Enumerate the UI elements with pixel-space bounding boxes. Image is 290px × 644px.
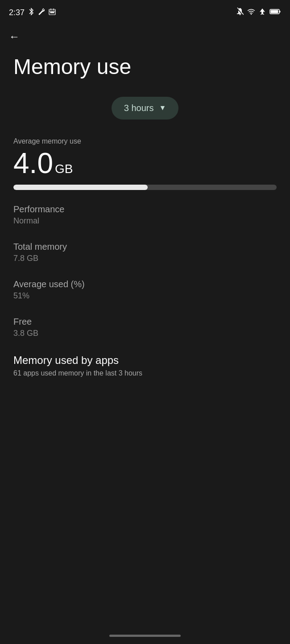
average-used-value: 51% bbox=[13, 291, 277, 301]
apps-section-title: Memory used by apps bbox=[13, 354, 277, 367]
time-selector-dropdown[interactable]: 3 hours ▼ bbox=[112, 97, 179, 120]
back-button[interactable]: ← bbox=[0, 23, 290, 46]
average-used-row: Average used (%) 51% bbox=[13, 279, 277, 301]
status-bar: 2:37 bbox=[0, 0, 290, 23]
wrench-icon bbox=[38, 8, 45, 17]
memory-progress-bar bbox=[13, 185, 277, 190]
status-time: 2:37 bbox=[9, 8, 25, 17]
memory-progress-fill bbox=[13, 185, 148, 190]
status-left: 2:37 bbox=[9, 8, 56, 17]
memory-value-display: 4.0 GB bbox=[13, 149, 277, 178]
total-memory-value: 7.8 GB bbox=[13, 254, 277, 263]
total-memory-label: Total memory bbox=[13, 242, 277, 252]
free-memory-label: Free bbox=[13, 317, 277, 327]
free-memory-row: Free 3.8 GB bbox=[13, 317, 277, 338]
time-selector-label: 3 hours bbox=[124, 103, 154, 113]
main-content: Memory use 3 hours ▼ Average memory use … bbox=[0, 46, 290, 391]
bluetooth-icon bbox=[28, 8, 34, 17]
calendar-icon bbox=[49, 8, 56, 17]
svg-rect-4 bbox=[50, 12, 51, 13]
wifi-icon bbox=[247, 8, 255, 17]
airplane-icon bbox=[259, 8, 266, 17]
apps-section: Memory used by apps 61 apps used memory … bbox=[13, 354, 277, 377]
free-memory-value: 3.8 GB bbox=[13, 329, 277, 338]
status-right bbox=[236, 8, 281, 17]
apps-section-subtitle: 61 apps used memory in the last 3 hours bbox=[13, 369, 277, 377]
svg-rect-12 bbox=[279, 11, 281, 12]
svg-rect-13 bbox=[271, 10, 278, 13]
performance-row: Performance Normal bbox=[13, 204, 277, 226]
average-memory-label: Average memory use bbox=[13, 137, 277, 145]
total-memory-row: Total memory 7.8 GB bbox=[13, 242, 277, 263]
battery-icon bbox=[269, 8, 281, 17]
time-selector-container: 3 hours ▼ bbox=[13, 97, 277, 120]
average-used-label: Average used (%) bbox=[13, 279, 277, 289]
performance-value: Normal bbox=[13, 216, 277, 226]
performance-label: Performance bbox=[13, 204, 277, 215]
back-arrow-icon: ← bbox=[9, 30, 20, 42]
stats-section: Average memory use 4.0 GB Performance No… bbox=[13, 137, 277, 377]
chevron-down-icon: ▼ bbox=[159, 104, 166, 112]
svg-rect-6 bbox=[53, 12, 54, 13]
home-indicator bbox=[109, 635, 181, 637]
memory-number: 4.0 bbox=[13, 149, 53, 178]
page-title: Memory use bbox=[13, 55, 277, 79]
svg-rect-5 bbox=[52, 12, 53, 13]
bell-mute-icon bbox=[236, 8, 244, 17]
memory-unit: GB bbox=[55, 162, 73, 176]
svg-point-10 bbox=[251, 14, 252, 15]
